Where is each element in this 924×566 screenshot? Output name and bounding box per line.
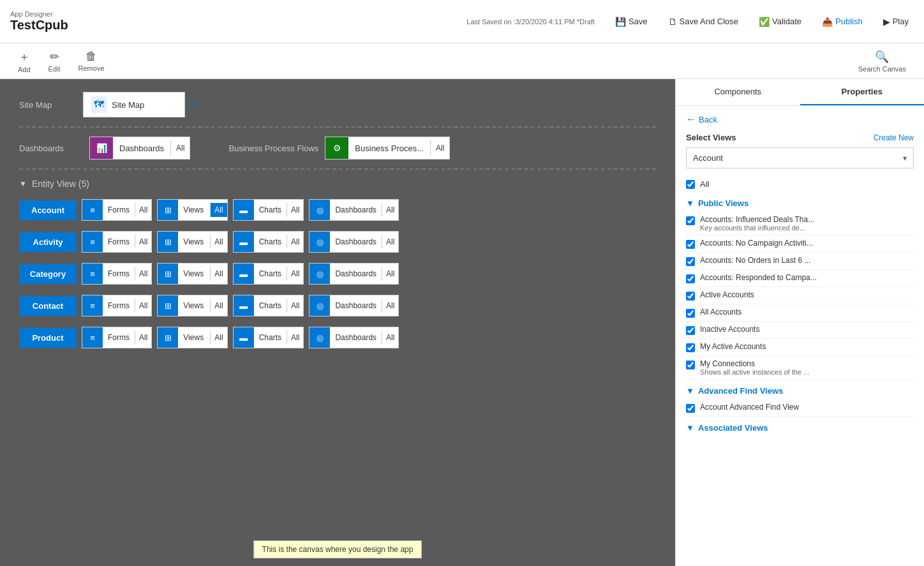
views-all[interactable]: All [210, 267, 227, 281]
forms-all[interactable]: All [135, 267, 151, 281]
public-view-item: Accounts: No Orders in Last 6 ... [686, 253, 914, 270]
entity-button-account[interactable]: Account [19, 200, 77, 220]
validate-button[interactable]: ✅ Validate [754, 14, 807, 29]
sitemap-name: Site Map [112, 100, 144, 110]
dashboards-all[interactable]: All [382, 267, 398, 281]
charts-all[interactable]: All [287, 203, 303, 217]
public-view-title: Accounts: No Campaign Activiti... [700, 239, 914, 248]
bpf-icon: ⚙ [325, 137, 348, 159]
comp-item-forms: ≡FormsAll [82, 231, 152, 253]
views-icon: ⊞ [158, 295, 178, 316]
entity-row: Product≡FormsAll⊞ViewsAll▬ChartsAll◎Dash… [19, 327, 656, 348]
dashboards-section: Dashboards 📊 Dashboards All [19, 137, 190, 160]
play-icon: ▶ [883, 17, 890, 27]
views-dropdown[interactable]: Account ▾ [686, 147, 914, 168]
comp-item-dashboards: ◎DashboardsAll [309, 199, 399, 221]
sitemap-edit-button[interactable]: ✏ [185, 98, 200, 111]
public-view-checkbox-7[interactable] [686, 343, 695, 352]
public-view-title: Inactive Accounts [700, 325, 914, 334]
forms-all[interactable]: All [135, 235, 151, 249]
dashboards-all[interactable]: All [170, 140, 190, 156]
save-and-close-button[interactable]: 🗋 Save And Close [663, 14, 744, 29]
back-button[interactable]: ← Back [686, 114, 717, 125]
entity-components-activity: ≡FormsAll⊞ViewsAll▬ChartsAll◎DashboardsA… [82, 231, 399, 253]
forms-all[interactable]: All [135, 299, 151, 313]
tab-properties[interactable]: Properties [800, 79, 925, 105]
dashed-separator-1 [19, 126, 656, 128]
bpf-box: ⚙ Business Proces... All [325, 137, 450, 160]
charts-all[interactable]: All [287, 299, 303, 313]
public-view-checkbox-4[interactable] [686, 292, 695, 301]
entity-toggle[interactable]: ▼ [19, 179, 27, 188]
forms-label: Forms [103, 301, 135, 310]
add-button[interactable]: ＋ Add [10, 47, 38, 76]
public-view-checkbox-5[interactable] [686, 309, 695, 318]
dashboards-all[interactable]: All [382, 235, 398, 249]
views-icon: ⊞ [158, 200, 178, 220]
entity-button-category[interactable]: Category [19, 264, 77, 284]
charts-all[interactable]: All [287, 235, 303, 249]
panel-content: ← Back Select Views Create New Account ▾… [676, 106, 924, 566]
comp-item-views: ⊞ViewsAll [157, 295, 227, 317]
dashboards-all[interactable]: All [382, 203, 398, 217]
charts-all[interactable]: All [287, 267, 303, 281]
add-icon: ＋ [19, 49, 30, 64]
advanced-find-arrow-icon: ▼ [686, 386, 694, 396]
remove-icon: 🗑 [86, 50, 97, 63]
entity-button-contact[interactable]: Contact [19, 296, 77, 316]
remove-button[interactable]: 🗑 Remove [71, 47, 112, 75]
views-all[interactable]: All [210, 235, 227, 249]
search-canvas-button[interactable]: 🔍 Search Canvas [851, 47, 914, 75]
views-all[interactable]: All [210, 299, 227, 313]
public-view-title: Active Accounts [700, 290, 914, 299]
entity-row: Category≡FormsAll⊞ViewsAll▬ChartsAll◎Das… [19, 263, 656, 285]
advanced-find-label: Advanced Find Views [698, 386, 783, 396]
public-view-checkbox-0[interactable] [686, 216, 695, 225]
tab-components[interactable]: Components [676, 79, 800, 105]
edit-button[interactable]: ✏ Edit [41, 47, 68, 75]
advanced-find-checkbox-0[interactable] [686, 404, 695, 413]
public-view-checkbox-6[interactable] [686, 326, 695, 335]
comp-item-forms: ≡FormsAll [82, 295, 152, 317]
publish-button[interactable]: 📤 Publish [817, 14, 868, 29]
public-view-item: Accounts: Influenced Deals Tha...Key acc… [686, 212, 914, 235]
views-all[interactable]: All [210, 203, 227, 217]
entity-button-product[interactable]: Product [19, 328, 77, 348]
advanced-find-header[interactable]: ▼ Advanced Find Views [686, 386, 914, 396]
public-views-header[interactable]: ▼ Public Views [686, 198, 914, 208]
public-view-checkbox-3[interactable] [686, 274, 695, 283]
select-views-label: Select Views [686, 133, 736, 142]
dashboards-all[interactable]: All [382, 299, 398, 313]
associated-views-arrow-icon: ▼ [686, 423, 694, 433]
dashboards-all[interactable]: All [382, 331, 398, 345]
public-view-title: Accounts: Influenced Deals Tha... [700, 215, 914, 224]
main-layout: Site Map 🗺 Site Map ✏ Dashboards 📊 Dashb… [0, 79, 924, 566]
create-new-link[interactable]: Create New [874, 133, 914, 142]
bpf-all[interactable]: All [430, 140, 449, 156]
entity-button-activity[interactable]: Activity [19, 232, 77, 252]
dashboards-label: Dashboards [330, 333, 382, 342]
public-view-checkbox-1[interactable] [686, 240, 695, 249]
play-button[interactable]: ▶ Play [878, 14, 914, 29]
sitemap-label: Site Map [19, 100, 83, 110]
forms-all[interactable]: All [135, 331, 151, 345]
comp-item-forms: ≡FormsAll [82, 263, 152, 285]
views-icon: ⊞ [158, 264, 178, 284]
public-view-checkbox-8[interactable] [686, 361, 695, 369]
validate-icon: ✅ [759, 17, 770, 27]
charts-all[interactable]: All [287, 331, 303, 345]
charts-label: Charts [254, 301, 287, 310]
dashboards-label: Dashboards [330, 205, 382, 214]
save-button[interactable]: 💾 Save [610, 14, 653, 29]
public-views-label: Public Views [698, 198, 749, 208]
forms-icon: ≡ [82, 264, 103, 284]
all-checkbox[interactable] [686, 180, 695, 189]
sitemap-box: 🗺 Site Map [83, 92, 185, 117]
views-all[interactable]: All [210, 331, 227, 345]
dashboards-icon: ◎ [309, 264, 330, 284]
forms-label: Forms [103, 237, 135, 246]
back-label: Back [699, 115, 717, 124]
associated-views-header[interactable]: ▼ Associated Views [686, 423, 914, 433]
forms-all[interactable]: All [135, 203, 151, 217]
public-view-checkbox-2[interactable] [686, 257, 695, 266]
